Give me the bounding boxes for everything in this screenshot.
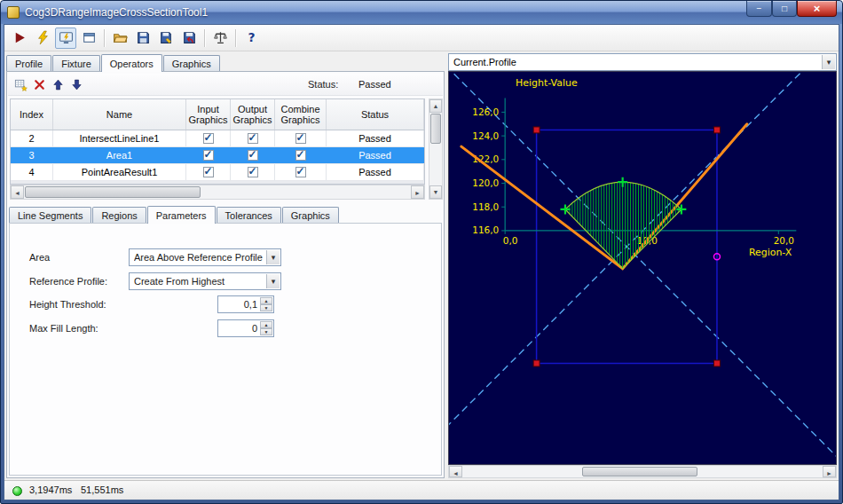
region-corner-handle[interactable]	[713, 127, 720, 133]
reference-profile-value: Create From Highest	[134, 273, 264, 289]
col-output-graphics-header: Output Graphics	[231, 99, 275, 130]
region-corner-handle[interactable]	[533, 360, 540, 366]
spin-up-button[interactable]	[260, 321, 272, 328]
save-button[interactable]	[132, 28, 154, 49]
open-file-button[interactable]	[109, 28, 130, 49]
delete-operator-button[interactable]	[30, 75, 49, 94]
table-row[interactable]: 3Area1Passed	[11, 147, 424, 164]
app-icon	[7, 6, 20, 19]
tab-operators[interactable]: Operators	[101, 54, 162, 72]
add-operator-button[interactable]	[12, 75, 30, 94]
checkbox-icon[interactable]	[203, 133, 214, 144]
scroll-right-button[interactable]	[823, 466, 836, 477]
spin-up-button[interactable]	[260, 297, 272, 304]
combine-graphics-checkbox[interactable]	[275, 164, 327, 180]
checkbox-icon[interactable]	[295, 133, 306, 144]
status-cell: Passed	[327, 147, 424, 163]
region-rotation-guide[interactable]	[449, 72, 836, 464]
checkbox-icon[interactable]	[248, 150, 258, 161]
index-cell: 4	[11, 164, 53, 180]
result-window-button[interactable]	[78, 28, 99, 49]
operator-buttons	[12, 75, 86, 94]
tab-graphics[interactable]: Graphics	[163, 55, 220, 72]
checkbox-icon[interactable]	[203, 167, 214, 177]
height-threshold-input[interactable]: 0,1	[217, 295, 274, 313]
help-button[interactable]: ?	[240, 28, 262, 49]
y-tick-label: 116,0	[472, 224, 499, 235]
close-button[interactable]	[797, 1, 837, 17]
move-up-button[interactable]	[49, 75, 67, 94]
profile-source-select[interactable]: Current.Profile	[448, 53, 837, 71]
subtab-parameters[interactable]: Parameters	[147, 206, 216, 224]
table-hscrollbar[interactable]	[10, 185, 425, 200]
operator-subtabstrip: Line SegmentsRegionsParametersTolerances…	[9, 205, 442, 224]
subtab-graphics[interactable]: Graphics	[282, 207, 339, 224]
table-row[interactable]: 2IntersectLineLine1Passed	[11, 130, 424, 147]
move-down-button[interactable]	[67, 75, 86, 94]
import-button[interactable]	[178, 28, 200, 49]
calibration-button[interactable]	[209, 28, 231, 49]
output-graphics-checkbox[interactable]	[231, 147, 275, 163]
input-graphics-checkbox[interactable]	[186, 130, 231, 146]
subtab-tolerances[interactable]: Tolerances	[217, 207, 281, 224]
region-corner-handle[interactable]	[533, 127, 540, 133]
run-button[interactable]	[9, 28, 30, 49]
bolt-icon	[35, 30, 51, 45]
profile-source-value: Current.Profile	[453, 54, 820, 70]
spin-down-button[interactable]	[260, 328, 272, 335]
hscroll-thumb[interactable]	[25, 186, 201, 198]
output-graphics-checkbox[interactable]	[231, 164, 275, 180]
checkbox-icon[interactable]	[248, 133, 258, 144]
toolbar-separator	[235, 29, 236, 47]
profile-hscrollbar[interactable]	[448, 465, 837, 478]
title-bar[interactable]: Cog3DRangeImageCrossSectionTool1	[1, 1, 842, 24]
auto-run-toggle[interactable]	[55, 28, 76, 49]
tab-fixture[interactable]: Fixture	[52, 55, 100, 72]
scroll-left-button[interactable]	[449, 466, 462, 477]
input-graphics-checkbox[interactable]	[186, 164, 231, 180]
combine-graphics-checkbox[interactable]	[275, 130, 327, 146]
scroll-down-button[interactable]	[429, 185, 442, 199]
x-tick-label: 0,0	[503, 235, 518, 246]
chevron-down-icon[interactable]	[266, 274, 280, 288]
scroll-left-button[interactable]	[11, 185, 24, 199]
height-threshold-value: 0,1	[244, 296, 257, 312]
checkbox-icon[interactable]	[295, 167, 306, 177]
spin-down-button[interactable]	[260, 304, 272, 311]
minimize-button[interactable]	[746, 1, 772, 17]
left-pane: ProfileFixtureOperatorsGraphics Status: …	[6, 53, 445, 478]
region-corner-handle[interactable]	[713, 360, 720, 366]
region-rotation-guide[interactable]	[449, 72, 836, 464]
save-as-button[interactable]	[155, 28, 177, 49]
checkbox-icon[interactable]	[248, 167, 258, 177]
chevron-down-icon[interactable]	[822, 55, 835, 69]
table-row[interactable]: 4PointAreaResult1Passed	[11, 164, 424, 181]
height-threshold-spinner	[260, 297, 272, 311]
name-cell: Area1	[53, 147, 186, 163]
combine-graphics-checkbox[interactable]	[275, 147, 327, 163]
output-graphics-checkbox[interactable]	[231, 130, 275, 146]
profile-display[interactable]: 116,0118,0120,0122,0124,0126,00,010,020,…	[448, 71, 837, 465]
tab-profile[interactable]: Profile	[6, 55, 51, 72]
index-cell: 3	[11, 147, 53, 163]
checkbox-icon[interactable]	[295, 150, 306, 161]
chevron-down-icon[interactable]	[266, 250, 280, 264]
live-icon	[59, 30, 74, 45]
maximize-button[interactable]	[772, 1, 797, 17]
scroll-up-button[interactable]	[429, 99, 442, 113]
hscroll-thumb[interactable]	[582, 467, 697, 476]
subtab-regions[interactable]: Regions	[92, 207, 146, 224]
scroll-right-button[interactable]	[411, 185, 424, 199]
table-vscrollbar[interactable]	[429, 98, 443, 200]
col-input-graphics-header: Input Graphics	[186, 99, 231, 130]
reference-profile-select[interactable]: Create From Highest	[129, 272, 281, 290]
window-title: Cog3DRangeImageCrossSectionTool1	[25, 1, 208, 24]
area-select[interactable]: Area Above Reference Profile	[129, 248, 281, 266]
subtab-line-segments[interactable]: Line Segments	[9, 207, 91, 224]
input-graphics-checkbox[interactable]	[186, 147, 231, 163]
vscroll-thumb[interactable]	[430, 114, 441, 144]
trigger-run-button[interactable]	[32, 28, 53, 49]
name-cell: IntersectLineLine1	[53, 130, 186, 146]
checkbox-icon[interactable]	[203, 150, 214, 161]
max-fill-length-input[interactable]: 0	[217, 319, 274, 337]
